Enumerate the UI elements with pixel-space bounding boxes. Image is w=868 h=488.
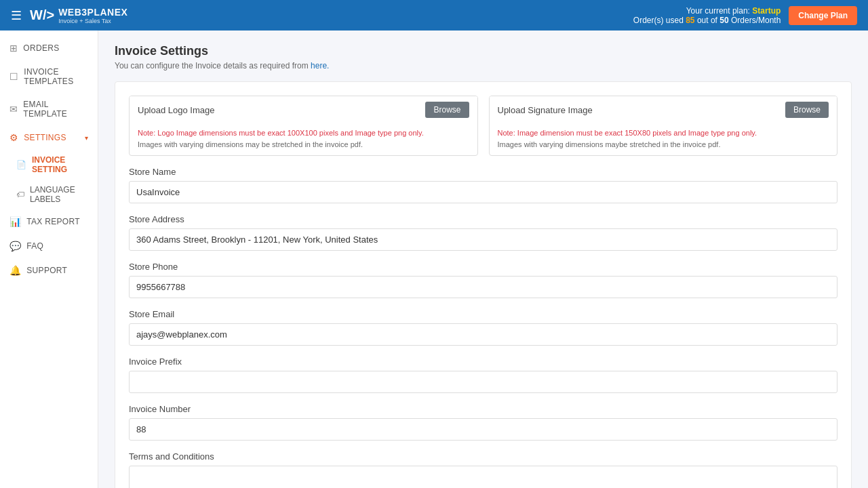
signature-upload-header: Upload Signature Image Browse xyxy=(490,96,837,123)
store-name-group: Store Name xyxy=(129,167,837,203)
settings-subnav: 📄 INVOICE SETTING 🏷 LANGUAGE LABELS xyxy=(0,150,98,209)
terms-textarea[interactable] xyxy=(129,466,837,488)
sidebar-item-support[interactable]: 🔔 SUPPORT xyxy=(0,258,98,283)
sidebar-item-invoice-setting[interactable]: 📄 INVOICE SETTING xyxy=(0,150,98,180)
store-phone-group: Store Phone xyxy=(129,262,837,298)
doc-icon: 📄 xyxy=(16,160,26,169)
store-address-label: Store Address xyxy=(129,214,837,224)
store-phone-label: Store Phone xyxy=(129,262,837,272)
question-icon: 💬 xyxy=(9,241,21,251)
logo-upload-note: Note: Logo Image dimensions must be exac… xyxy=(130,123,477,155)
bell-icon: 🔔 xyxy=(9,265,21,276)
sidebar-label-invoice-setting: INVOICE SETTING xyxy=(32,155,88,174)
logo-note-text2: Images with varying dimensions may be st… xyxy=(138,140,363,148)
subtitle-text: You can configure the Invoice details as… xyxy=(115,61,309,70)
sidebar-label-orders: ORDERS xyxy=(23,43,59,53)
logo-upload-header: Upload Logo Image Browse xyxy=(130,96,477,123)
logo-note-text: Note: Logo Image dimensions must be exac… xyxy=(138,129,424,137)
label-icon: 🏷 xyxy=(16,190,24,199)
terms-label: Terms and Conditions xyxy=(129,451,837,462)
signature-note-text: Note: Image dimension must be exact 150X… xyxy=(498,129,757,137)
signature-upload-label: Upload Signature Image xyxy=(498,105,593,115)
store-email-label: Store Email xyxy=(129,309,837,319)
sidebar-item-tax-report[interactable]: 📊 TAX REPORT xyxy=(0,209,98,234)
sidebar-item-invoice-templates[interactable]: ☐ INVOICE TEMPLATES xyxy=(0,60,98,93)
logo: W/> WEB3PLANEX Invoice + Sales Tax xyxy=(30,6,127,24)
sidebar-item-email-template[interactable]: ✉ EMAIL TEMPLATE xyxy=(0,93,98,125)
page-title: Invoice Settings xyxy=(115,44,852,58)
subtitle-link[interactable]: here. xyxy=(311,61,329,70)
logo-browse-button[interactable]: Browse xyxy=(425,102,469,118)
sidebar-label-invoice-templates: INVOICE TEMPLATES xyxy=(24,67,88,86)
page-subtitle: You can configure the Invoice details as… xyxy=(115,61,852,70)
header-left: ☰ W/> WEB3PLANEX Invoice + Sales Tax xyxy=(11,6,127,24)
sidebar-label-support: SUPPORT xyxy=(26,266,67,275)
plan-name: Startup xyxy=(752,6,781,16)
header: ☰ W/> WEB3PLANEX Invoice + Sales Tax You… xyxy=(0,0,868,30)
plan-info: Your current plan: Startup Order(s) used… xyxy=(633,6,781,25)
invoice-prefix-input[interactable] xyxy=(129,371,837,393)
chevron-down-icon: ▾ xyxy=(85,134,88,142)
sidebar: ⊞ ORDERS ☐ INVOICE TEMPLATES ✉ EMAIL TEM… xyxy=(0,30,98,488)
invoice-number-label: Invoice Number xyxy=(129,404,837,414)
change-plan-button[interactable]: Change Plan xyxy=(789,6,857,25)
sidebar-item-settings[interactable]: ⚙ SETTINGS ▾ xyxy=(0,125,98,150)
orders-out-of: out of xyxy=(697,16,717,25)
hamburger-icon[interactable]: ☰ xyxy=(11,8,22,23)
mail-icon: ✉ xyxy=(9,104,18,115)
current-plan-text: Your current plan: Startup xyxy=(633,6,781,16)
file-icon: ☐ xyxy=(9,71,18,82)
sidebar-label-tax-report: TAX REPORT xyxy=(26,217,80,226)
orders-total-count: 50 xyxy=(719,16,728,25)
store-email-group: Store Email xyxy=(129,309,837,346)
grid-icon: ⊞ xyxy=(9,43,18,54)
logo-main-text: WEB3PLANEX xyxy=(58,7,127,18)
main-content: Invoice Settings You can configure the I… xyxy=(98,30,868,488)
store-email-input[interactable] xyxy=(129,323,837,346)
store-name-label: Store Name xyxy=(129,167,837,177)
gear-icon: ⚙ xyxy=(9,132,18,143)
upload-row: Upload Logo Image Browse Note: Logo Imag… xyxy=(129,96,837,156)
orders-label: Order(s) used xyxy=(633,16,684,25)
logo-upload-label: Upload Logo Image xyxy=(138,105,214,115)
invoice-prefix-group: Invoice Prefix xyxy=(129,357,837,393)
sidebar-label-language-labels: LANGUAGE LABELS xyxy=(30,185,88,204)
store-address-group: Store Address xyxy=(129,214,837,251)
logo-sub-text: Invoice + Sales Tax xyxy=(58,18,127,24)
sidebar-label-settings: SETTINGS xyxy=(24,133,66,142)
sidebar-item-orders[interactable]: ⊞ ORDERS xyxy=(0,36,98,60)
orders-unit: Orders/Month xyxy=(731,16,781,25)
signature-note-text2: Images with varying dimensions maybe str… xyxy=(498,140,721,148)
invoice-number-group: Invoice Number xyxy=(129,404,837,441)
invoice-prefix-label: Invoice Prefix xyxy=(129,357,837,367)
signature-browse-button[interactable]: Browse xyxy=(785,102,829,118)
app-layout: ⊞ ORDERS ☐ INVOICE TEMPLATES ✉ EMAIL TEM… xyxy=(0,30,868,488)
signature-upload-note: Note: Image dimension must be exact 150X… xyxy=(490,123,837,155)
chart-icon: 📊 xyxy=(9,216,21,227)
sidebar-item-language-labels[interactable]: 🏷 LANGUAGE LABELS xyxy=(0,180,98,209)
sidebar-label-email-template: EMAIL TEMPLATE xyxy=(23,100,88,119)
invoice-number-input[interactable] xyxy=(129,418,837,441)
store-address-input[interactable] xyxy=(129,228,837,251)
logo-upload-box: Upload Logo Image Browse Note: Logo Imag… xyxy=(129,96,478,156)
orders-used-count: 85 xyxy=(686,16,694,25)
logo-text: WEB3PLANEX Invoice + Sales Tax xyxy=(58,6,127,24)
header-right: Your current plan: Startup Order(s) used… xyxy=(633,6,857,25)
settings-card: Upload Logo Image Browse Note: Logo Imag… xyxy=(115,81,852,488)
orders-info: Order(s) used 85 out of 50 Orders/Month xyxy=(633,16,781,25)
terms-group: Terms and Conditions xyxy=(129,451,837,488)
sidebar-label-faq: FAQ xyxy=(26,241,43,251)
store-phone-input[interactable] xyxy=(129,276,837,298)
plan-prefix: Your current plan: xyxy=(686,6,750,16)
store-name-input[interactable] xyxy=(129,181,837,203)
sidebar-item-faq[interactable]: 💬 FAQ xyxy=(0,234,98,258)
signature-upload-box: Upload Signature Image Browse Note: Imag… xyxy=(489,96,838,156)
logo-icon: W/> xyxy=(30,7,54,23)
